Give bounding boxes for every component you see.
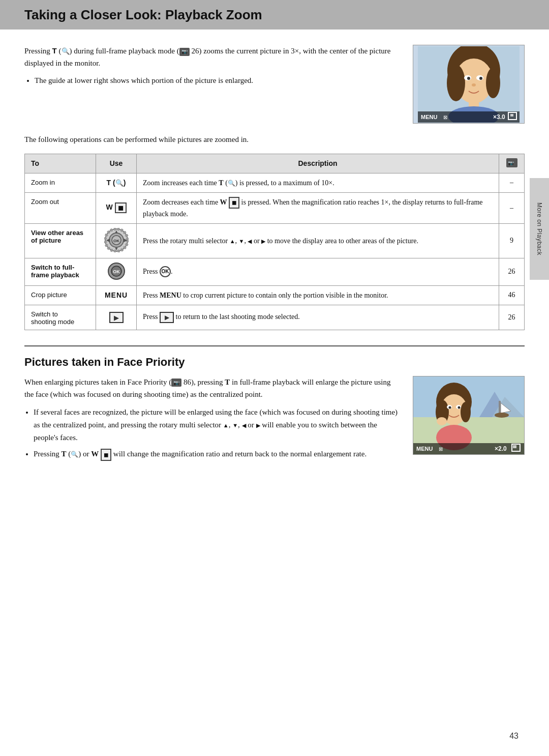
intro-section: Pressing T (🔍) during full-frame playbac… xyxy=(24,45,525,124)
cell-desc-shooting: Press to return to the last shooting mod… xyxy=(137,305,499,330)
col-ref: 📷 xyxy=(499,154,525,173)
arrow-down-icon xyxy=(239,237,245,245)
rotary-selector-icon: OK ▲ ▼ ◀ ▶ xyxy=(104,228,129,252)
svg-text:▲: ▲ xyxy=(114,229,118,234)
cell-ref-shooting: 26 xyxy=(499,305,525,330)
face-svg-1: MENU ⊠ ×3.0 xyxy=(418,46,520,123)
table-row: View other areasof picture OK xyxy=(25,223,525,258)
table-header-row: To Use Description 📷 xyxy=(25,154,525,173)
arrow-left-2 xyxy=(242,421,246,429)
cell-desc-crop: Press MENU to crop current picture to co… xyxy=(137,285,499,305)
camera-screen-image-1: MENU ⊠ ×3.0 xyxy=(413,45,525,124)
face-priority-bullet-2: Pressing T (🔍) or W ◼ will change the ma… xyxy=(34,448,401,461)
svg-point-7 xyxy=(467,77,470,80)
playback-button-icon xyxy=(109,312,124,323)
intro-text: Pressing T (🔍) during full-frame playbac… xyxy=(24,45,401,90)
ok-button-icon: OK xyxy=(108,263,125,280)
cell-to-fullframe: Switch to full-frame playback xyxy=(25,258,96,285)
svg-text:◀: ◀ xyxy=(105,238,110,243)
svg-point-8 xyxy=(479,77,482,80)
svg-text:MENU: MENU xyxy=(421,114,437,120)
svg-text:×2.0: ×2.0 xyxy=(495,445,507,452)
cell-desc-zoom-in: Zoom increases each time T (🔍) is presse… xyxy=(137,173,499,192)
camera-screen-image-2: MENU ⊠ ×2.0 xyxy=(413,376,525,455)
svg-rect-56 xyxy=(513,445,516,448)
face-priority-text: When enlarging pictures taken in Face Pr… xyxy=(24,376,401,465)
section-divider xyxy=(24,345,525,346)
svg-text:▼: ▼ xyxy=(114,246,118,251)
svg-text:▶: ▶ xyxy=(123,238,127,243)
header-bar: Taking a Closer Look: Playback Zoom xyxy=(0,0,549,30)
page-title: Taking a Closer Look: Playback Zoom xyxy=(24,7,262,23)
cell-use-zoom-in: T (🔍) xyxy=(96,173,137,192)
svg-point-43 xyxy=(461,402,471,422)
cell-desc-zoom-out: Zoom decreases each time W ◼ is pressed.… xyxy=(137,192,499,223)
svg-point-50 xyxy=(437,417,447,425)
arrow-up-2 xyxy=(223,421,229,429)
arrow-right-icon xyxy=(261,237,265,245)
svg-point-9 xyxy=(472,83,476,86)
svg-text:OK: OK xyxy=(113,269,120,274)
cell-to-shooting: Switch toshooting mode xyxy=(25,305,96,330)
intro-list: The guide at lower right shows which por… xyxy=(35,74,401,86)
page-container: Taking a Closer Look: Playback Zoom Pres… xyxy=(0,0,549,756)
intro-bullet-1: The guide at lower right shows which por… xyxy=(35,74,401,86)
cell-use-shooting xyxy=(96,305,137,330)
cell-ref-crop: 46 xyxy=(499,285,525,305)
operations-intro: The following operations can be performe… xyxy=(24,134,525,146)
menu-button-label: MENU xyxy=(105,291,128,299)
face-priority-section: When enlarging pictures taken in Face Pr… xyxy=(24,376,525,465)
svg-point-47 xyxy=(458,406,461,409)
sidebar-label: More on Playback xyxy=(536,202,543,255)
cell-desc-view-areas: Press the rotary multi selector , , or t… xyxy=(137,223,499,258)
arrow-down-2 xyxy=(232,421,238,429)
svg-rect-17 xyxy=(510,114,513,117)
cell-use-fullframe: OK xyxy=(96,258,137,285)
cell-use-zoom-out: W ◼ xyxy=(96,192,137,223)
table-row: Zoom in T (🔍) Zoom increases each time T… xyxy=(25,173,525,192)
page-number: 43 xyxy=(509,732,518,741)
ref-icon-face: 📷 xyxy=(171,379,181,387)
table-row: Crop picture MENU Press MENU to crop cur… xyxy=(25,285,525,305)
table-row: Switch toshooting mode Press to return t… xyxy=(25,305,525,330)
t-key-label: T xyxy=(107,179,111,187)
cell-to-zoom-in: Zoom in xyxy=(25,173,96,192)
svg-point-46 xyxy=(449,406,451,409)
cell-ref-view-areas: 9 xyxy=(499,223,525,258)
operations-table: To Use Description 📷 Zoom in xyxy=(24,154,525,330)
arrow-left-icon xyxy=(248,237,252,245)
camera-display-1: MENU ⊠ ×3.0 xyxy=(413,45,524,123)
cell-to-crop: Crop picture xyxy=(25,285,96,305)
cell-use-view-areas: OK ▲ ▼ ◀ ▶ xyxy=(96,223,137,258)
col-to: To xyxy=(25,154,96,173)
table-header: To Use Description 📷 xyxy=(25,154,525,173)
intro-paragraph-1: Pressing T (🔍) during full-frame playbac… xyxy=(24,45,401,69)
table-row: Zoom out W ◼ Zoom decreases each time W … xyxy=(25,192,525,223)
ok-small-icon: OK xyxy=(160,266,171,277)
w-button-box: ◼ xyxy=(115,202,127,213)
col-use: Use xyxy=(96,154,137,173)
arrow-right-2 xyxy=(256,421,260,429)
face-priority-paragraph-1: When enlarging pictures taken in Face Pr… xyxy=(24,376,401,401)
main-content: Pressing T (🔍) during full-frame playbac… xyxy=(0,30,549,485)
svg-point-3 xyxy=(447,65,465,101)
col-description: Description xyxy=(137,154,499,173)
svg-point-39 xyxy=(495,413,509,418)
table-row: Switch to full-frame playback OK Press O… xyxy=(25,258,525,285)
face-priority-svg: MENU ⊠ ×2.0 xyxy=(413,376,524,454)
right-sidebar: More on Playback xyxy=(530,178,549,280)
cell-ref-zoom-out: – xyxy=(499,192,525,223)
ref-header-icon: 📷 xyxy=(506,158,517,167)
ref-icon-1: 📷 xyxy=(179,48,190,56)
svg-text:⊠: ⊠ xyxy=(443,114,447,120)
svg-text:📷: 📷 xyxy=(508,160,514,166)
playback-icon-inline xyxy=(160,312,174,323)
cell-to-zoom-out: Zoom out xyxy=(25,192,96,223)
svg-text:⊠: ⊠ xyxy=(439,446,443,452)
t-key: T xyxy=(52,46,57,55)
arrow-up-icon xyxy=(230,237,235,245)
face-priority-list: If several faces are recognized, the pic… xyxy=(34,406,401,461)
svg-text:OK: OK xyxy=(113,239,119,243)
cell-use-crop: MENU xyxy=(96,285,137,305)
face-priority-heading: Pictures taken in Face Priority xyxy=(24,356,525,369)
